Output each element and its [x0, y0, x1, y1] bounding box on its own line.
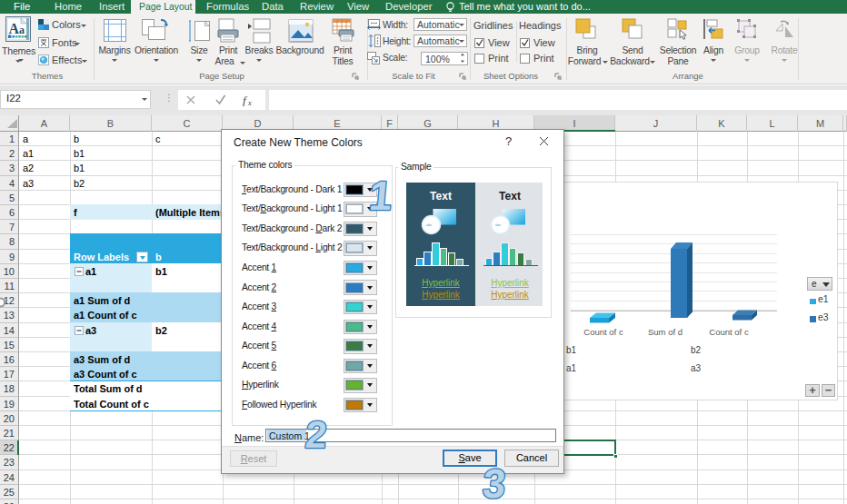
- svg-text:x: x: [247, 98, 252, 106]
- svg-text:abc: abc: [426, 222, 432, 227]
- svg-text:A: A: [9, 21, 20, 36]
- svg-text:abc: abc: [495, 222, 501, 227]
- svg-text:a: a: [19, 24, 25, 36]
